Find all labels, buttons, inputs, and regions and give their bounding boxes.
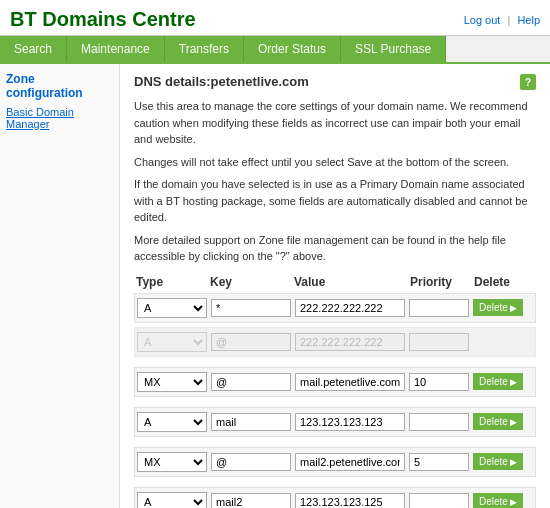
info-text-4: More detailed support on Zone file manag… bbox=[134, 232, 536, 265]
dns-domain-name: petenetlive.com bbox=[211, 74, 309, 89]
delete-cell: Delete ▶ bbox=[473, 453, 533, 470]
type-select[interactable]: AMXCNAMETXTnone bbox=[137, 452, 207, 472]
value-input[interactable] bbox=[295, 493, 405, 509]
dns-title: DNS details:petenetlive.com bbox=[134, 74, 309, 89]
delete-button[interactable]: Delete ▶ bbox=[473, 493, 523, 508]
info-text-3: If the domain you have selected is in us… bbox=[134, 176, 536, 226]
type-select[interactable]: AMXCNAMETXTnone bbox=[137, 332, 207, 352]
type-cell: AMXCNAMETXTnone bbox=[137, 492, 207, 509]
key-cell bbox=[211, 333, 291, 351]
priority-input[interactable] bbox=[409, 373, 469, 391]
main-layout: Zone configuration Basic Domain Manager … bbox=[0, 64, 550, 508]
col-delete: Delete bbox=[474, 275, 534, 289]
header-links: Log out | Help bbox=[464, 14, 540, 26]
col-priority: Priority bbox=[410, 275, 470, 289]
type-cell: AMXCNAMETXTnone bbox=[137, 372, 207, 392]
value-input[interactable] bbox=[295, 333, 405, 351]
col-value: Value bbox=[294, 275, 406, 289]
key-input[interactable] bbox=[211, 373, 291, 391]
content-area: DNS details:petenetlive.com ? Use this a… bbox=[120, 64, 550, 508]
priority-input[interactable] bbox=[409, 493, 469, 509]
key-input[interactable] bbox=[211, 453, 291, 471]
nav-item-maintenance[interactable]: Maintenance bbox=[67, 36, 165, 62]
value-cell bbox=[295, 333, 405, 351]
nav-item-transfers[interactable]: Transfers bbox=[165, 36, 244, 62]
info-text-1: Use this area to manage the core setting… bbox=[134, 98, 536, 148]
value-input[interactable] bbox=[295, 453, 405, 471]
col-type: Type bbox=[136, 275, 206, 289]
type-select[interactable]: AMXCNAMETXTnone bbox=[137, 372, 207, 392]
navbar: SearchMaintenanceTransfersOrder StatusSS… bbox=[0, 36, 550, 64]
help-icon[interactable]: ? bbox=[520, 74, 536, 90]
key-cell bbox=[211, 493, 291, 509]
key-cell bbox=[211, 413, 291, 431]
priority-input[interactable] bbox=[409, 299, 469, 317]
nav-item-order-status[interactable]: Order Status bbox=[244, 36, 341, 62]
sidebar-link-basic-domain[interactable]: Basic Domain Manager bbox=[6, 106, 113, 130]
help-link[interactable]: Help bbox=[517, 14, 540, 26]
delete-button[interactable]: Delete ▶ bbox=[473, 453, 523, 470]
delete-cell: Delete ▶ bbox=[473, 493, 533, 508]
priority-input[interactable] bbox=[409, 333, 469, 351]
value-cell bbox=[295, 493, 405, 509]
value-input[interactable] bbox=[295, 413, 405, 431]
table-row: AMXCNAMETXTnoneDelete ▶ bbox=[134, 367, 536, 397]
type-cell: AMXCNAMETXTnone bbox=[137, 452, 207, 472]
delete-button[interactable]: Delete ▶ bbox=[473, 299, 523, 316]
table-row: AMXCNAMETXTnone bbox=[134, 327, 536, 357]
dns-table: Type Key Value Priority Delete AMXCNAMET… bbox=[134, 275, 536, 509]
priority-cell bbox=[409, 493, 469, 509]
header: BT Domains Centre Log out | Help bbox=[0, 0, 550, 36]
dns-header: DNS details:petenetlive.com ? bbox=[134, 74, 536, 90]
priority-input[interactable] bbox=[409, 453, 469, 471]
value-cell bbox=[295, 299, 405, 317]
priority-cell bbox=[409, 453, 469, 471]
value-cell bbox=[295, 453, 405, 471]
key-input[interactable] bbox=[211, 333, 291, 351]
type-cell: AMXCNAMETXTnone bbox=[137, 298, 207, 318]
sidebar-section-zone[interactable]: Zone configuration bbox=[6, 72, 113, 100]
priority-cell bbox=[409, 413, 469, 431]
table-row: AMXCNAMETXTnoneDelete ▶ bbox=[134, 487, 536, 509]
key-input[interactable] bbox=[211, 493, 291, 509]
delete-button[interactable]: Delete ▶ bbox=[473, 413, 523, 430]
logout-link[interactable]: Log out bbox=[464, 14, 501, 26]
type-cell: AMXCNAMETXTnone bbox=[137, 412, 207, 432]
type-select[interactable]: AMXCNAMETXTnone bbox=[137, 412, 207, 432]
priority-input[interactable] bbox=[409, 413, 469, 431]
value-input[interactable] bbox=[295, 373, 405, 391]
type-select[interactable]: AMXCNAMETXTnone bbox=[137, 492, 207, 509]
type-select[interactable]: AMXCNAMETXTnone bbox=[137, 298, 207, 318]
info-text-2: Changes will not take effect until you s… bbox=[134, 154, 536, 171]
nav-item-search[interactable]: Search bbox=[0, 36, 67, 62]
table-row: AMXCNAMETXTnoneDelete ▶ bbox=[134, 447, 536, 477]
priority-cell bbox=[409, 373, 469, 391]
key-input[interactable] bbox=[211, 413, 291, 431]
key-cell bbox=[211, 453, 291, 471]
priority-cell bbox=[409, 299, 469, 317]
nav-item-ssl-purchase[interactable]: SSL Purchase bbox=[341, 36, 446, 62]
col-key: Key bbox=[210, 275, 290, 289]
dns-details-prefix: DNS details: bbox=[134, 74, 211, 89]
delete-cell: Delete ▶ bbox=[473, 373, 533, 390]
key-input[interactable] bbox=[211, 299, 291, 317]
header-separator: | bbox=[507, 14, 510, 26]
table-row: AMXCNAMETXTnoneDelete ▶ bbox=[134, 293, 536, 323]
delete-button[interactable]: Delete ▶ bbox=[473, 373, 523, 390]
value-cell bbox=[295, 413, 405, 431]
key-cell bbox=[211, 299, 291, 317]
key-cell bbox=[211, 373, 291, 391]
table-row: AMXCNAMETXTnoneDelete ▶ bbox=[134, 407, 536, 437]
delete-cell: Delete ▶ bbox=[473, 299, 533, 316]
delete-cell: Delete ▶ bbox=[473, 413, 533, 430]
table-header: Type Key Value Priority Delete bbox=[134, 275, 536, 289]
value-input[interactable] bbox=[295, 299, 405, 317]
dns-rows-container: AMXCNAMETXTnoneDelete ▶AMXCNAMETXTnoneAM… bbox=[134, 293, 536, 509]
sidebar: Zone configuration Basic Domain Manager bbox=[0, 64, 120, 508]
app-title: BT Domains Centre bbox=[10, 8, 196, 31]
type-cell: AMXCNAMETXTnone bbox=[137, 332, 207, 352]
value-cell bbox=[295, 373, 405, 391]
priority-cell bbox=[409, 333, 469, 351]
